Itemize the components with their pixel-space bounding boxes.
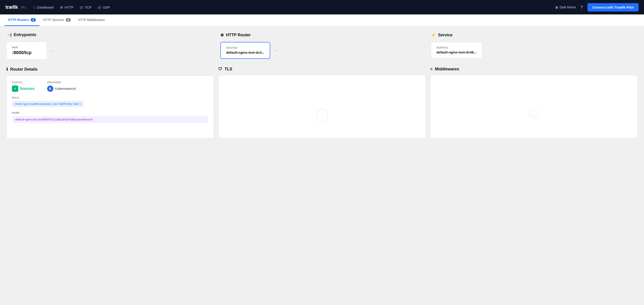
top-navigation: træfik 2.6.1 ⌂ Dashboard ⊕ HTTP ◎ TCP ◎ … — [0, 0, 644, 15]
provider-row: ☸ Kubernetescrd — [47, 86, 76, 92]
status-group: STATUS ✓ Success — [12, 81, 34, 92]
globe-icon-router: ⊕ — [220, 33, 224, 38]
nav-items: ⌂ Dashboard ⊕ HTTP ◎ TCP ◎ UDP — [33, 5, 548, 10]
nav-udp-label: UDP — [103, 6, 110, 9]
tab-http-services-badge: 6 — [66, 18, 71, 22]
router-card: ROUTER default-nginx-test-dc4... — [220, 42, 270, 59]
tab-http-middlewares[interactable]: HTTP Middlewares — [74, 15, 108, 26]
middlewares-placeholder — [436, 81, 632, 119]
entrypoints-header: →| Entrypoints — [6, 33, 213, 37]
nav-tcp-label: TCP — [85, 6, 92, 9]
arrow-router-to-service: → — [274, 48, 279, 54]
name-field: NAME default-nginx-test-dc480b67d11a8a2b… — [12, 111, 208, 123]
home-icon: ⌂ — [33, 5, 36, 10]
service-flow-row: SERVICE default-nginx-test-dc48... — [431, 42, 634, 59]
tls-column: 🛡 TLS — [218, 67, 426, 139]
nav-http[interactable]: ⊕ HTTP — [60, 5, 74, 10]
sub-navigation: HTTP Routers 5 HTTP Services 6 HTTP Midd… — [0, 15, 644, 26]
nav-tcp[interactable]: ◎ TCP — [80, 5, 92, 10]
service-card: SERVICE default-nginx-test-dc48... — [431, 42, 482, 59]
info-icon: ℹ — [6, 67, 8, 72]
status-check-icon: ✓ — [12, 86, 18, 92]
flow-diagram: →| Entrypoints WEB :8000/tcp → ⊕ HTTP Ro… — [6, 33, 638, 60]
service-label: SERVICE — [436, 46, 476, 49]
tab-http-middlewares-label: HTTP Middlewares — [78, 18, 105, 22]
tls-placeholder-icon — [315, 108, 329, 124]
status-label: STATUS — [12, 81, 34, 84]
help-icon[interactable]: ? — [580, 5, 583, 10]
entrypoints-icon: →| — [6, 33, 12, 37]
middlewares-column: ≡ Middlewares — [430, 67, 638, 139]
router-details-header: ℹ Router Details — [6, 67, 214, 72]
arrow-entrypoint-to-router: → — [50, 48, 56, 54]
router-label: ROUTER — [226, 47, 264, 49]
udp-icon: ◎ — [98, 5, 101, 10]
provider-label: PROVIDER — [47, 81, 76, 84]
nav-dashboard-label: Dashboard — [37, 6, 54, 9]
router-details-title: Router Details — [10, 67, 38, 72]
router-details-column: ℹ Router Details STATUS ✓ Success — [6, 67, 214, 139]
status-field: STATUS ✓ Success PROVIDER ☸ Kubernetescr… — [12, 81, 208, 92]
theme-icon: ◑ — [555, 6, 558, 9]
dark-theme-label: Dark theme — [560, 6, 576, 9]
service-header: ⚡ Service — [431, 33, 634, 38]
entrypoints-column: →| Entrypoints WEB :8000/tcp → — [6, 33, 217, 60]
topnav-right: ◑ Dark theme ? Connect with Traefik Pilo… — [555, 3, 638, 12]
router-flow-row: ROUTER default-nginx-test-dc4... → — [220, 42, 424, 59]
entrypoint-label: WEB — [12, 46, 41, 49]
tls-header: 🛡 TLS — [218, 67, 426, 72]
middlewares-card — [430, 75, 638, 138]
name-value: default-nginx-test-dc480b67d11a8a2bda70@… — [12, 116, 208, 123]
rule-field: RULE Host(`nginx.traefik.example`) && Pa… — [12, 96, 208, 107]
app-version: 2.6.1 — [20, 6, 26, 9]
service-column: ⚡ Service SERVICE default-nginx-test-dc4… — [427, 33, 638, 60]
router-details-card: STATUS ✓ Success PROVIDER ☸ Kubernetescr… — [6, 75, 214, 139]
kubernetes-icon: ☸ — [47, 86, 54, 92]
tab-http-routers[interactable]: HTTP Routers 5 — [4, 15, 40, 26]
provider-value: Kubernetescrd — [55, 87, 76, 91]
lightning-icon: ⚡ — [431, 33, 436, 38]
app-logo: træfik 2.6.1 — [6, 4, 26, 10]
globe-icon: ⊕ — [60, 5, 63, 10]
details-section: ℹ Router Details STATUS ✓ Success — [6, 67, 638, 139]
entrypoint-card: WEB :8000/tcp — [6, 42, 47, 60]
status-value: Success — [20, 87, 34, 91]
tls-placeholder — [224, 81, 420, 124]
rule-label: RULE — [12, 96, 208, 99]
nav-http-label: HTTP — [65, 6, 74, 9]
tab-http-services-label: HTTP Services — [43, 18, 64, 22]
entrypoints-header-label: Entrypoints — [14, 33, 36, 37]
tls-card — [218, 75, 426, 138]
middlewares-title: Middlewares — [435, 67, 459, 72]
entrypoints-flow-row: WEB :8000/tcp → — [6, 42, 213, 60]
app-name: træfik — [6, 4, 18, 10]
middlewares-placeholder-icon — [527, 108, 541, 119]
router-value: default-nginx-test-dc4... — [226, 51, 264, 54]
rule-value: Host(`nginx.traefik.example`) && PathPre… — [12, 101, 83, 107]
tab-http-routers-label: HTTP Routers — [8, 18, 29, 22]
provider-group: PROVIDER ☸ Kubernetescrd — [47, 81, 76, 92]
dark-theme-toggle[interactable]: ◑ Dark theme — [555, 6, 576, 9]
shield-icon: 🛡 — [218, 67, 222, 72]
nav-dashboard[interactable]: ⌂ Dashboard — [33, 5, 54, 10]
status-provider-row: STATUS ✓ Success PROVIDER ☸ Kubernetescr… — [12, 81, 208, 92]
main-content: →| Entrypoints WEB :8000/tcp → ⊕ HTTP Ro… — [0, 26, 644, 305]
router-header-label: HTTP Router — [226, 33, 251, 38]
layers-icon: ≡ — [430, 67, 433, 72]
status-badge: ✓ Success — [12, 86, 34, 92]
tab-http-services[interactable]: HTTP Services 6 — [40, 15, 74, 26]
router-column: ⊕ HTTP Router ROUTER default-nginx-test-… — [217, 33, 427, 60]
router-header: ⊕ HTTP Router — [220, 33, 424, 38]
service-header-label: Service — [438, 33, 452, 38]
service-value: default-nginx-test-dc48... — [436, 50, 476, 54]
connect-button[interactable]: Connect with Traefik Pilot — [588, 3, 638, 12]
nav-udp[interactable]: ◎ UDP — [98, 5, 110, 10]
tab-http-routers-badge: 5 — [31, 18, 36, 22]
tcp-icon: ◎ — [80, 5, 83, 10]
tls-title: TLS — [225, 67, 232, 72]
entrypoint-value: :8000/tcp — [12, 50, 41, 55]
name-label: NAME — [12, 111, 208, 114]
middlewares-header: ≡ Middlewares — [430, 67, 638, 72]
